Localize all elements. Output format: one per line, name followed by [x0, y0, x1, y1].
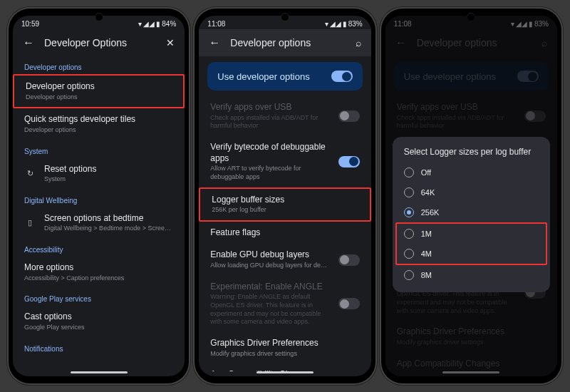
option-label: 64K: [421, 188, 435, 197]
row-graphics-driver-prefs[interactable]: Graphics Driver Preferences Modify graph…: [199, 332, 370, 363]
wifi-icon: ▾: [138, 20, 142, 28]
section-wellbeing: Digital Wellbeing: [13, 190, 185, 207]
row-sub: Digital Wellbeing > Bedtime mode > Scree…: [44, 225, 173, 233]
highlight-box: 1M 4M: [395, 222, 547, 265]
row-title: Developer options: [26, 81, 172, 93]
row-title: Experimental: Enable ANGLE: [210, 282, 329, 293]
row-quick-settings-tiles[interactable]: Quick settings developer tiles Developer…: [13, 108, 185, 140]
row-enable-angle[interactable]: Experimental: Enable ANGLE Warning: Enab…: [199, 276, 370, 332]
appbar-title: Developer options: [230, 37, 345, 48]
row-developer-options[interactable]: Developer options Developer options: [13, 74, 185, 108]
option-label: 256K: [421, 208, 440, 217]
row-reset-options[interactable]: ↻ Reset options System: [13, 158, 185, 190]
use-dev-label: Use developer options: [217, 71, 325, 82]
screen-2: 11:08 ▾ ◢◢ ▮ 83% ← Developer options ⌕ U…: [199, 16, 370, 376]
signal-icon: ◢◢: [330, 20, 341, 28]
clock: 11:08: [207, 20, 225, 28]
status-icons: ▾ ◢◢ ▮ 84%: [138, 20, 176, 28]
option-label: 8M: [421, 271, 432, 279]
option-1m[interactable]: 1M: [397, 224, 546, 244]
appbar: ← Developer options ⌕: [199, 29, 370, 56]
row-feature-flags[interactable]: Feature flags: [199, 222, 370, 244]
logger-size-dialog: Select Logger sizes per log buffer Off 6…: [393, 137, 550, 292]
row-verify-apps-usb[interactable]: Verify apps over USB Check apps installe…: [199, 96, 370, 136]
phone-3: 11:08 ▾ ◢◢ ▮ 83% ← Developer options ⌕ U…: [381, 9, 561, 383]
camera-hole: [281, 13, 289, 21]
back-icon[interactable]: ←: [23, 36, 34, 49]
row-title: Quick settings developer tiles: [24, 114, 173, 125]
row-sub: Warning: Enable ANGLE as default OpenGL …: [210, 293, 329, 326]
reset-icon: ↻: [24, 169, 36, 178]
section-notifications: Notifications: [13, 338, 185, 356]
section-accessibility: Accessibility: [13, 239, 185, 257]
row-title: Verify apps over USB: [210, 102, 329, 113]
use-dev-toggle[interactable]: [331, 71, 353, 82]
row-app-compat[interactable]: App Compatibility Changes: [199, 363, 370, 371]
option-8m[interactable]: 8M: [397, 265, 546, 285]
phone-icon: ▯: [24, 218, 36, 227]
toggle[interactable]: [338, 156, 360, 167]
screen-3: 11:08 ▾ ◢◢ ▮ 83% ← Developer options ⌕ U…: [385, 16, 557, 376]
row-sub: 256K per log buffer: [212, 206, 358, 215]
radio-icon-selected: [404, 207, 414, 217]
section-system: System: [13, 140, 185, 158]
row-title: Logger buffer sizes: [212, 195, 358, 206]
use-developer-options-card[interactable]: Use developer options: [207, 62, 362, 91]
row-sub: Developer options: [26, 93, 172, 102]
nav-handle[interactable]: [71, 371, 128, 373]
phone-2: 11:08 ▾ ◢◢ ▮ 83% ← Developer options ⌕ U…: [195, 9, 375, 383]
row-logger-buffer-sizes[interactable]: Logger buffer sizes 256K per log buffer: [199, 187, 370, 222]
row-title: Reset options: [44, 164, 173, 175]
clock: 10:59: [21, 20, 39, 28]
section-gps: Google Play services: [13, 288, 185, 306]
settings-list[interactable]: Use developer options Verify apps over U…: [199, 56, 370, 371]
toggle[interactable]: [338, 254, 360, 266]
row-sub: Google Play services: [24, 324, 173, 332]
row-sub: Modify graphics driver settings: [210, 350, 359, 359]
row-cast-options[interactable]: Cast options Google Play services: [13, 306, 185, 337]
row-more-options[interactable]: More options Accessibility > Caption pre…: [13, 257, 185, 288]
phone-1: 10:59 ▾ ◢◢ ▮ 84% ← Developer Options ✕ D…: [9, 9, 189, 383]
section-developer-options: Developer options: [13, 56, 185, 74]
battery-icon: ▮: [343, 20, 347, 28]
settings-list[interactable]: Developer options Developer options Deve…: [13, 56, 185, 371]
status-icons: ▾ ◢◢ ▮ 83%: [325, 20, 363, 28]
signal-icon: ◢◢: [143, 20, 155, 28]
row-gpu-debug-layers[interactable]: Enable GPU debug layers Allow loading GP…: [199, 244, 370, 275]
screen-1: 10:59 ▾ ◢◢ ▮ 84% ← Developer Options ✕ D…: [13, 16, 185, 376]
row-title: Enable GPU debug layers: [210, 249, 329, 261]
row-sub: Check apps installed via ADB/ADT for har…: [210, 114, 329, 130]
toggle[interactable]: [338, 298, 360, 309]
camera-hole: [95, 13, 103, 21]
row-sub: Developer options: [24, 126, 173, 135]
close-icon[interactable]: ✕: [166, 37, 175, 48]
radio-icon: [404, 187, 414, 197]
option-label: 1M: [421, 229, 432, 238]
back-icon[interactable]: ←: [209, 36, 220, 49]
radio-icon: [404, 270, 414, 280]
wifi-icon: ▾: [325, 20, 328, 28]
option-off[interactable]: Off: [397, 163, 546, 182]
battery-icon: ▮: [156, 20, 160, 28]
row-sub: Accessibility > Caption preferences: [24, 274, 173, 283]
row-title: Verify bytecode of debuggable apps: [210, 142, 329, 164]
row-sub: Allow ART to verify bytecode for debugga…: [210, 165, 329, 181]
option-64k[interactable]: 64K: [397, 182, 546, 202]
radio-icon: [404, 249, 414, 259]
appbar: ← Developer Options ✕: [13, 29, 185, 56]
row-title: More options: [24, 262, 173, 274]
nav-handle[interactable]: [256, 371, 314, 373]
option-4m[interactable]: 4M: [397, 244, 546, 264]
radio-icon: [404, 229, 414, 239]
battery-text: 83%: [348, 20, 363, 28]
row-sub: System: [44, 175, 173, 184]
toggle[interactable]: [338, 110, 360, 122]
row-title: Screen options at bedtime: [44, 213, 173, 225]
search-icon[interactable]: ⌕: [356, 37, 361, 48]
option-label: Off: [421, 168, 431, 177]
row-bedtime[interactable]: ▯ Screen options at bedtime Digital Well…: [13, 207, 185, 239]
row-sub: Allow loading GPU debug layers for debug…: [210, 262, 329, 270]
row-verify-bytecode[interactable]: Verify bytecode of debuggable apps Allow…: [199, 136, 370, 187]
row-title: Feature flags: [210, 227, 359, 239]
option-256k[interactable]: 256K: [397, 202, 546, 222]
